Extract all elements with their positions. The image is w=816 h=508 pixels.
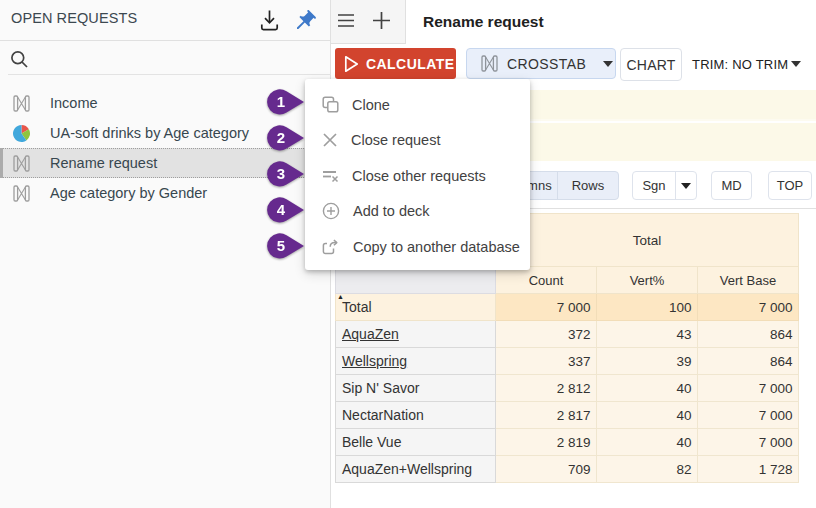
svg-text:5: 5 [276,237,284,254]
svg-text:4: 4 [276,201,285,218]
svg-text:2: 2 [276,129,284,146]
svg-text:3: 3 [276,165,284,182]
svg-text:1: 1 [276,94,284,111]
